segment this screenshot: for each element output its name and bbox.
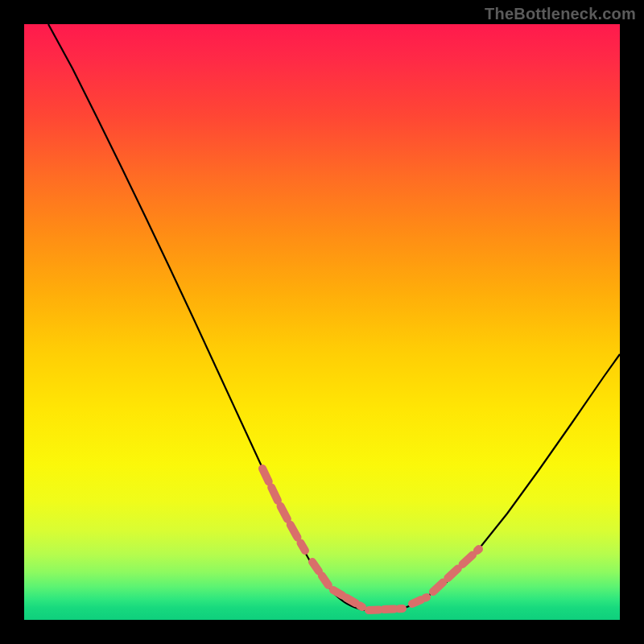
bottleneck-curve [48, 24, 620, 611]
emphasis-segments [262, 469, 479, 610]
chart-plot-area [24, 24, 620, 620]
chart-frame: TheBottleneck.com [0, 0, 644, 644]
watermark-text: TheBottleneck.com [485, 5, 636, 23]
chart-svg [24, 24, 620, 620]
